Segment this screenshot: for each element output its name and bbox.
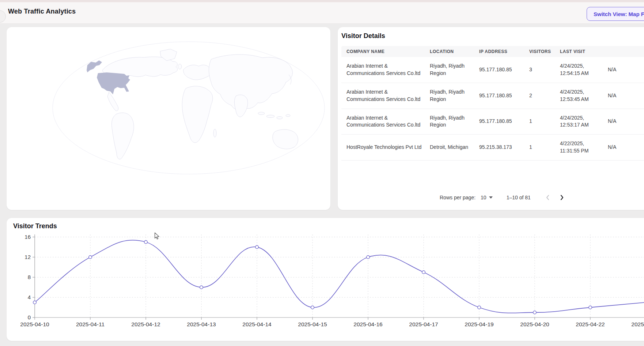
svg-text:2025-04-16: 2025-04-16: [353, 321, 382, 327]
column-header-company-name: COMPANY NAME: [346, 49, 430, 54]
chevron-left-icon: [546, 195, 549, 200]
rows-per-page-label: Rows per page:: [440, 195, 476, 200]
cell-company-name: Arabian Internet & Communications Servic…: [346, 114, 430, 129]
app-header: Web Traffic Analytics Switch View: Map F…: [0, 0, 644, 24]
pagination-range: 1–10 of 81: [507, 195, 531, 200]
top-strip: [0, 0, 644, 2]
cell-last-visit: 4/24/2025, 12:53:45 AM: [560, 89, 608, 103]
column-header-visitors: VISITORS: [529, 49, 560, 54]
svg-text:2025-04-20: 2025-04-20: [520, 321, 549, 327]
svg-text:2025-04-11: 2025-04-11: [76, 321, 105, 327]
visitor-details-title: Visitor Details: [341, 32, 385, 40]
svg-text:2025-04-15: 2025-04-15: [298, 321, 327, 327]
cell-location: Riyadh, Riyadh Region: [430, 63, 479, 77]
svg-text:2025-04-12: 2025-04-12: [131, 321, 160, 327]
visitor-details-panel: Visitor Details COMPANY NAMELOCATIONIP A…: [338, 27, 644, 210]
cell-location: Riyadh, Riyadh Region: [430, 89, 479, 103]
switch-view-button[interactable]: Switch View: Map Foc: [587, 7, 644, 21]
svg-text:16: 16: [24, 234, 31, 240]
svg-text:2025-04-22: 2025-04-22: [576, 321, 605, 327]
cell-ip-address: 95.215.38.173: [479, 144, 529, 151]
cell-visitors: 1: [529, 144, 560, 151]
svg-text:2025-04-17: 2025-04-17: [409, 321, 438, 327]
visitor-trends-chart: 04812162025-04-102025-04-112025-04-12202…: [7, 218, 644, 341]
cell-extra: N/A: [608, 118, 644, 125]
world-map: [51, 41, 326, 175]
cell-company-name: HostRoyale Technologies Pvt Ltd: [346, 144, 430, 151]
chevron-right-icon: [560, 195, 564, 200]
cell-extra: N/A: [608, 144, 644, 151]
column-header-ip-address: IP ADDRESS: [479, 49, 529, 54]
visitor-table-header: COMPANY NAMELOCATIONIP ADDRESSVISITORSLA…: [341, 46, 644, 57]
column-header-location: LOCATION: [430, 49, 479, 54]
visitor-table-body: Arabian Internet & Communications Servic…: [341, 57, 644, 161]
mouse-cursor: [153, 232, 161, 240]
cell-extra: N/A: [608, 92, 644, 99]
svg-text:2025-04-10: 2025-04-10: [20, 321, 49, 327]
svg-text:4: 4: [28, 294, 31, 300]
pagination: Rows per page: 10 1–10 of 81: [440, 192, 567, 203]
visitor-trends-panel: 04812162025-04-102025-04-112025-04-12202…: [7, 218, 644, 341]
cell-last-visit: 4/22/2025, 11:31:55 PM: [560, 140, 608, 155]
rows-per-page-value: 10: [481, 195, 486, 200]
cell-ip-address: 95.177.180.85: [479, 92, 529, 99]
visitor-trends-title: Visitor Trends: [13, 222, 57, 230]
svg-text:12: 12: [24, 254, 31, 260]
svg-text:2025-04-14: 2025-04-14: [242, 321, 272, 327]
column-header-last-visit: LAST VISIT: [560, 49, 608, 54]
map-panel: [7, 27, 330, 210]
page-title: Web Traffic Analytics: [8, 8, 76, 15]
usa-highlight: [97, 72, 130, 94]
visitor-table: COMPANY NAMELOCATIONIP ADDRESSVISITORSLA…: [341, 46, 644, 161]
table-row: Arabian Internet & Communications Servic…: [341, 57, 644, 83]
alaska-highlight: [87, 60, 102, 72]
dropdown-caret-icon: [489, 196, 493, 199]
cell-last-visit: 4/24/2025, 12:53:17 AM: [560, 114, 608, 129]
cell-location: Detroit, Michigan: [430, 144, 479, 151]
svg-text:2025-04-19: 2025-04-19: [465, 321, 493, 327]
cell-extra: N/A: [608, 66, 644, 74]
cell-visitors: 2: [529, 92, 560, 99]
next-page-button[interactable]: [557, 192, 567, 203]
table-row: Arabian Internet & Communications Servic…: [341, 109, 644, 135]
cell-ip-address: 95.177.180.85: [479, 118, 529, 125]
map-continents: [102, 49, 298, 159]
cell-company-name: Arabian Internet & Communications Servic…: [346, 89, 430, 103]
svg-text:8: 8: [28, 274, 31, 280]
cell-ip-address: 95.177.180.85: [479, 66, 529, 74]
cell-company-name: Arabian Internet & Communications Servic…: [346, 63, 430, 77]
rows-per-page-select[interactable]: 10: [481, 195, 493, 200]
svg-text:2025-04-23: 2025-04-23: [631, 321, 644, 327]
table-row: Arabian Internet & Communications Servic…: [341, 83, 644, 109]
cell-visitors: 1: [529, 118, 560, 125]
cell-location: Riyadh, Riyadh Region: [430, 114, 479, 129]
cell-last-visit: 4/24/2025, 12:54:15 AM: [560, 63, 608, 77]
cell-visitors: 3: [529, 66, 560, 74]
previous-page-button[interactable]: [542, 192, 553, 203]
table-row: HostRoyale Technologies Pvt LtdDetroit, …: [341, 135, 644, 161]
svg-text:2025-04-13: 2025-04-13: [187, 321, 216, 327]
header-circle-decoration: [0, 10, 6, 23]
svg-text:0: 0: [28, 314, 31, 320]
